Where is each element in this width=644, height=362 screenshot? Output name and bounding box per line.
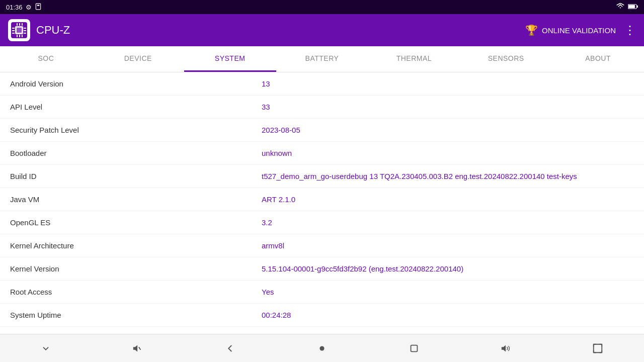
battery-icon	[628, 4, 638, 11]
online-validation-label: ONLINE VALIDATION	[542, 26, 616, 35]
label-build-id: Build ID	[10, 172, 262, 180]
status-bar-left: 01:36 ⚙	[6, 3, 42, 12]
value-java-vm: ART 2.1.0	[262, 195, 634, 204]
label-api-level: API Level	[10, 103, 262, 111]
svg-marker-24	[501, 345, 505, 351]
content-area: Android Version 13 API Level 33 Security…	[0, 72, 644, 334]
tab-device[interactable]: DEVICE	[92, 46, 184, 72]
value-android-version: 13	[262, 79, 634, 88]
app-bar-right: 🏆 ONLINE VALIDATION ⋮	[525, 23, 636, 37]
table-row: Build ID t527_demo_arm_go-userdebug 13 T…	[0, 165, 644, 188]
time-display: 01:36	[6, 4, 23, 11]
online-validation-button[interactable]: 🏆 ONLINE VALIDATION	[525, 24, 616, 36]
volume-up-button[interactable]	[491, 339, 522, 358]
label-opengl-es: OpenGL ES	[10, 218, 262, 227]
trophy-icon: 🏆	[525, 24, 538, 36]
more-options-button[interactable]: ⋮	[624, 23, 636, 37]
table-row: Kernel Version 5.15.104-00001-g9cc5fd3f2…	[0, 257, 644, 281]
value-bootloader: unknown	[262, 149, 634, 157]
svg-rect-7	[12, 28, 15, 29]
svg-rect-12	[24, 33, 26, 34]
value-system-uptime: 00:24:28	[262, 311, 634, 319]
status-bar: 01:36 ⚙	[0, 0, 644, 14]
label-root-access: Root Access	[10, 288, 262, 296]
svg-rect-9	[12, 33, 15, 34]
label-kernel-version: Kernel Version	[10, 264, 262, 273]
svg-rect-11	[24, 30, 26, 31]
value-opengl-es: 3.2	[262, 218, 634, 227]
tab-sensors[interactable]: SENSORS	[460, 46, 552, 72]
value-build-id: t527_demo_arm_go-userdebug 13 TQ2A.23040…	[262, 172, 634, 180]
label-system-uptime: System Uptime	[10, 311, 262, 319]
table-row: Java VM ART 2.1.0	[0, 188, 644, 211]
svg-rect-25	[594, 344, 602, 352]
svg-rect-1	[37, 5, 39, 6]
volume-down-button[interactable]	[122, 339, 153, 358]
svg-rect-15	[22, 23, 23, 26]
value-kernel-version: 5.15.104-00001-g9cc5fd3f2b92 (eng.test.2…	[262, 264, 634, 273]
value-kernel-arch: armv8l	[262, 241, 634, 250]
table-row: Kernel Architecture armv8l	[0, 234, 644, 257]
svg-rect-3	[628, 5, 635, 8]
svg-line-21	[139, 347, 141, 350]
screen-button[interactable]	[582, 339, 613, 358]
app-logo	[8, 19, 30, 41]
value-security-patch: 2023-08-05	[262, 126, 634, 134]
sim-icon	[35, 3, 42, 12]
table-row: Bootloader unknown	[0, 142, 644, 165]
back-button[interactable]	[214, 339, 246, 358]
svg-rect-4	[637, 5, 638, 7]
tab-about[interactable]: ABOUT	[552, 46, 644, 72]
svg-rect-23	[411, 345, 417, 351]
tab-soc[interactable]: SOC	[0, 46, 92, 72]
tab-thermal[interactable]: THERMAL	[368, 46, 460, 72]
settings-icon: ⚙	[26, 4, 32, 11]
app-bar-left: CPU-Z	[8, 19, 70, 41]
chevron-down-button[interactable]	[30, 339, 61, 358]
table-row: Security Patch Level 2023-08-05	[0, 119, 644, 142]
app-title: CPU-Z	[36, 24, 70, 37]
label-kernel-arch: Kernel Architecture	[10, 241, 262, 250]
label-security-patch: Security Patch Level	[10, 126, 262, 134]
table-row: OpenGL ES 3.2	[0, 211, 644, 234]
svg-rect-18	[22, 35, 23, 37]
tab-system[interactable]: SYSTEM	[184, 46, 276, 72]
label-java-vm: Java VM	[10, 195, 262, 204]
label-android-version: Android Version	[10, 79, 262, 88]
svg-rect-16	[17, 35, 18, 37]
svg-rect-10	[24, 28, 26, 29]
svg-point-22	[319, 346, 324, 350]
app-bar: CPU-Z 🏆 ONLINE VALIDATION ⋮	[0, 14, 644, 46]
svg-rect-19	[17, 28, 22, 33]
status-bar-right	[616, 3, 638, 12]
nav-bar	[0, 334, 644, 362]
home-button[interactable]	[306, 339, 338, 358]
svg-rect-17	[19, 35, 20, 37]
table-row: Android Version 13	[0, 72, 644, 96]
value-root-access: Yes	[262, 288, 634, 296]
table-row: Root Access Yes	[0, 281, 644, 304]
table-row: API Level 33	[0, 96, 644, 119]
tab-bar: SOC DEVICE SYSTEM BATTERY THERMAL SENSOR…	[0, 46, 644, 72]
label-bootloader: Bootloader	[10, 149, 262, 157]
recents-button[interactable]	[398, 339, 430, 358]
svg-rect-14	[19, 23, 20, 26]
svg-marker-20	[133, 345, 137, 351]
table-row: System Uptime 00:24:28	[0, 304, 644, 327]
tab-battery[interactable]: BATTERY	[276, 46, 368, 72]
svg-rect-8	[12, 30, 15, 31]
value-api-level: 33	[262, 103, 634, 111]
wifi-icon	[616, 3, 625, 12]
svg-rect-0	[36, 4, 40, 10]
svg-rect-13	[17, 23, 18, 26]
